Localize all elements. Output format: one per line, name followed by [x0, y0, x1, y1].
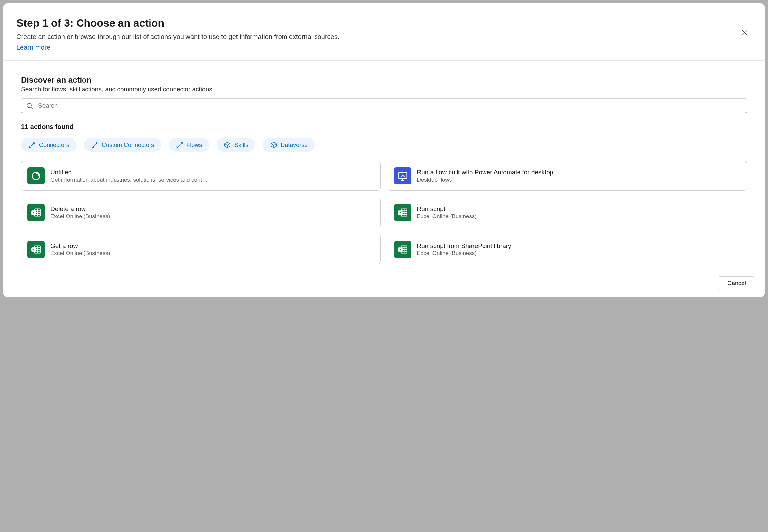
card-text: Run a flow built with Power Automate for…	[417, 169, 741, 183]
chip-label: Flows	[186, 142, 202, 149]
connector-icon	[91, 141, 98, 149]
modal-body: Discover an action Search for flows, ski…	[3, 61, 765, 270]
svg-point-0	[27, 103, 31, 108]
chip-label: Connectors	[39, 142, 69, 149]
card-sub: Excel Online (Business)	[50, 213, 374, 220]
action-cards: Untitled Get information about industrie…	[21, 161, 747, 267]
discover-subtitle: Search for flows, skill actions, and com…	[21, 86, 747, 93]
loop-icon	[27, 167, 45, 184]
excel-icon	[394, 241, 411, 258]
action-card-run-script-sharepoint[interactable]: Run script from SharePoint library Excel…	[388, 235, 747, 264]
chip-label: Custom Connectors	[102, 142, 154, 149]
filter-chips: Connectors Custom Connectors Flows Skill…	[21, 138, 747, 152]
card-text: Get a row Excel Online (Business)	[50, 242, 374, 257]
svg-point-4	[96, 143, 97, 144]
connector-icon	[28, 141, 36, 149]
chip-custom-connectors[interactable]: Custom Connectors	[84, 138, 161, 152]
close-button[interactable]	[739, 27, 750, 39]
card-text: Run script from SharePoint library Excel…	[417, 242, 741, 257]
card-title: Get a row	[50, 242, 374, 249]
card-title: Run script	[417, 205, 741, 213]
action-card-delete-row[interactable]: Delete a row Excel Online (Business)	[21, 198, 381, 227]
card-sub: Excel Online (Business)	[50, 250, 374, 257]
modal-footer: Cancel	[3, 270, 765, 297]
card-sub: Excel Online (Business)	[417, 250, 741, 257]
svg-point-2	[33, 143, 35, 144]
cube-icon	[270, 141, 277, 149]
svg-point-5	[177, 146, 178, 148]
card-title: Run script from SharePoint library	[417, 242, 741, 249]
card-sub: Desktop flows	[417, 177, 741, 183]
desktop-flow-icon	[394, 167, 411, 184]
action-card-run-script[interactable]: Run script Excel Online (Business)	[388, 198, 747, 227]
chip-label: Skills	[234, 142, 248, 149]
chip-connectors[interactable]: Connectors	[21, 138, 77, 152]
card-title: Delete a row	[50, 205, 374, 213]
action-card-get-row[interactable]: Get a row Excel Online (Business)	[21, 235, 381, 264]
card-sub: Excel Online (Business)	[417, 213, 741, 220]
choose-action-modal: Step 1 of 3: Choose an action Create an …	[3, 3, 765, 297]
svg-point-6	[181, 142, 183, 144]
close-icon	[741, 29, 748, 36]
card-text: Delete a row Excel Online (Business)	[50, 205, 374, 220]
results-count: 11 actions found	[21, 123, 747, 131]
card-text: Untitled Get information about industrie…	[50, 169, 374, 183]
search-input[interactable]	[21, 98, 747, 113]
flow-icon	[176, 141, 183, 149]
card-title: Untitled	[50, 169, 374, 176]
card-title: Run a flow built with Power Automate for…	[417, 169, 741, 176]
step-subtitle: Create an action or browse through our l…	[17, 32, 751, 42]
chip-flows[interactable]: Flows	[169, 138, 209, 152]
excel-icon	[27, 241, 45, 258]
chip-dataverse[interactable]: Dataverse	[263, 138, 315, 152]
excel-icon	[27, 204, 45, 221]
card-sub: Get information about industries, soluti…	[50, 177, 374, 183]
action-card-run-desktop-flow[interactable]: Run a flow built with Power Automate for…	[388, 161, 747, 191]
card-text: Run script Excel Online (Business)	[417, 205, 741, 220]
search-wrap	[21, 98, 747, 113]
discover-title: Discover an action	[21, 75, 747, 84]
excel-icon	[394, 204, 411, 221]
modal-header: Step 1 of 3: Choose an action Create an …	[3, 3, 765, 61]
step-title: Step 1 of 3: Choose an action	[17, 17, 751, 29]
chip-label: Dataverse	[281, 142, 308, 149]
chip-skills[interactable]: Skills	[217, 138, 255, 152]
cube-icon	[224, 141, 231, 149]
learn-more-link[interactable]: Learn more	[17, 44, 50, 51]
action-card-untitled[interactable]: Untitled Get information about industrie…	[21, 161, 381, 191]
search-icon	[26, 102, 34, 110]
cancel-button[interactable]: Cancel	[718, 276, 755, 290]
